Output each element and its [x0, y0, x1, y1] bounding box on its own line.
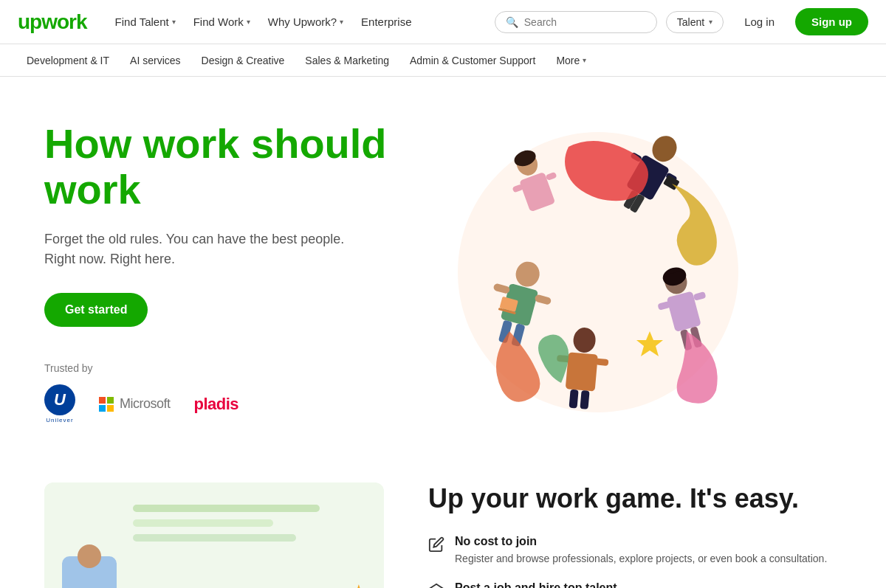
cat-more[interactable]: More ▾: [547, 49, 595, 72]
search-input[interactable]: [524, 16, 620, 28]
cat-design-creative[interactable]: Design & Creative: [193, 49, 294, 72]
card-avatar: [62, 556, 117, 588]
feature-list: No cost to join Register and browse prof…: [428, 535, 842, 588]
trusted-logos: U Unilever Microsoft pladis: [44, 384, 413, 423]
get-started-button[interactable]: Get started: [44, 293, 148, 327]
nav-why-upwork[interactable]: Why Upwork? ▾: [261, 10, 351, 34]
chevron-down-icon: ▾: [340, 18, 343, 26]
cat-development-it[interactable]: Development & IT: [18, 49, 118, 72]
cat-admin-support[interactable]: Admin & Customer Support: [401, 49, 544, 72]
trusted-by-section: Trusted by U Unilever: [44, 362, 413, 423]
cat-sales-marketing[interactable]: Sales & Marketing: [296, 49, 398, 72]
feature-post-job-text: Post a job and hire top talent: [455, 581, 617, 588]
hero-illustration-svg: [450, 125, 746, 420]
star-rating: ★: [351, 581, 366, 588]
category-navigation: Development & IT AI services Design & Cr…: [0, 44, 886, 77]
diamond-icon: [428, 583, 444, 588]
microsoft-logo: Microsoft: [99, 396, 171, 412]
nav-enterprise[interactable]: Enterprise: [354, 10, 419, 34]
hero-section: How work should work Forget the old rule…: [0, 77, 886, 453]
pladis-logo: pladis: [194, 395, 239, 414]
nav-right: 🔍 Talent ▾ Log in Sign up: [495, 8, 868, 35]
upwork-logo[interactable]: upwork: [18, 10, 87, 34]
svg-marker-37: [430, 584, 443, 588]
talent-dropdown-button[interactable]: Talent ▾: [666, 11, 724, 33]
nav-links: Find Talent ▾ Find Work ▾ Why Upwork? ▾ …: [108, 10, 495, 34]
chevron-down-icon: ▾: [709, 18, 712, 26]
nav-find-talent[interactable]: Find Talent ▾: [108, 10, 183, 34]
bottom-section: ★ Up your work game. It's easy. No cost …: [0, 453, 886, 588]
chevron-down-icon: ▾: [247, 18, 250, 26]
profile-card-preview: ★: [44, 482, 384, 588]
unilever-logo: U Unilever: [44, 384, 75, 423]
hero-content: How work should work Forget the old rule…: [44, 121, 413, 423]
features-section: Up your work game. It's easy. No cost to…: [428, 482, 842, 588]
feature-no-cost: No cost to join Register and browse prof…: [428, 535, 842, 567]
features-heading: Up your work game. It's easy.: [428, 482, 842, 514]
chevron-down-icon: ▾: [172, 18, 176, 26]
trusted-label: Trusted by: [44, 362, 413, 374]
feature-no-cost-text: No cost to join Register and browse prof…: [455, 535, 827, 567]
nav-find-work[interactable]: Find Work ▾: [186, 10, 258, 34]
svg-rect-31: [566, 352, 598, 391]
feature-post-job: Post a job and hire top talent: [428, 581, 842, 588]
svg-rect-35: [580, 390, 589, 409]
edit-icon: [428, 536, 444, 556]
login-button[interactable]: Log in: [732, 10, 786, 34]
hero-title: How work should work: [44, 121, 413, 212]
search-bar[interactable]: 🔍: [495, 11, 657, 33]
svg-rect-34: [569, 390, 579, 409]
hero-subtitle: Forget the old rules. You can have the b…: [44, 229, 413, 269]
card-content-lines: [133, 505, 366, 542]
top-navigation: upwork Find Talent ▾ Find Work ▾ Why Upw…: [0, 0, 886, 44]
search-icon: 🔍: [506, 16, 518, 28]
signup-button[interactable]: Sign up: [795, 8, 868, 35]
svg-rect-33: [596, 359, 609, 366]
chevron-down-icon: ▾: [583, 56, 586, 64]
cat-ai-services[interactable]: AI services: [121, 49, 189, 72]
hero-illustration: [443, 125, 753, 420]
